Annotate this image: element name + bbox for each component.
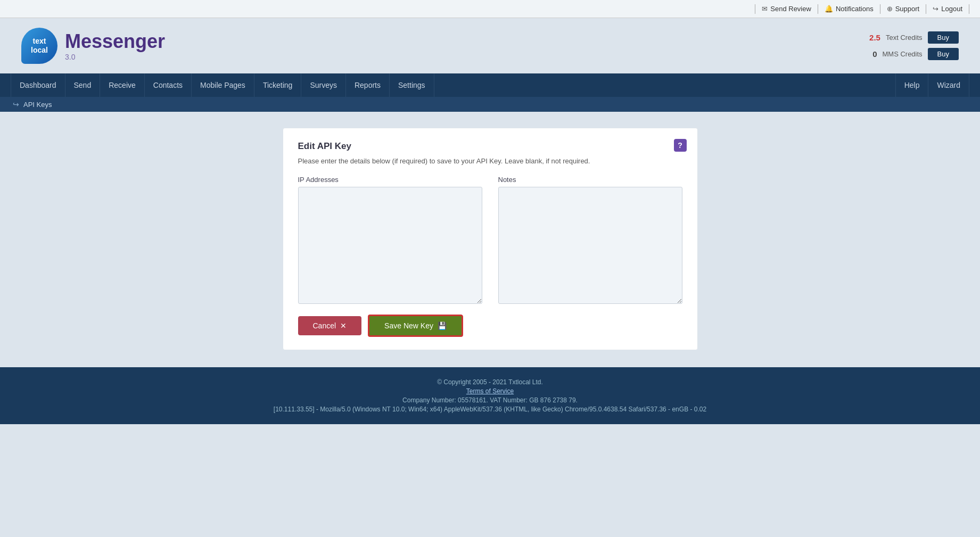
mms-credits-row: 0 MMS Credits Buy <box>872 48 959 60</box>
save-new-key-button[interactable]: Save New Key 💾 <box>368 315 463 337</box>
notifications-label: Notifications <box>836 5 874 13</box>
nav-dashboard[interactable]: Dashboard <box>11 73 65 97</box>
nav-surveys[interactable]: Surveys <box>301 73 346 97</box>
save-label: Save New Key <box>384 321 433 330</box>
edit-api-key-card: ? Edit API Key Please enter the details … <box>283 128 698 350</box>
bell-icon: 🔔 <box>825 5 833 13</box>
support-icon: ⊕ <box>887 5 893 13</box>
send-review-link[interactable]: ✉ Send Review <box>757 5 816 13</box>
ip-addresses-label: IP Addresses <box>298 176 482 184</box>
terms-of-service-link[interactable]: Terms of Service <box>466 387 514 395</box>
card-description: Please enter the details below (if requi… <box>298 157 682 165</box>
envelope-icon: ✉ <box>762 5 768 13</box>
notifications-link[interactable]: 🔔 Notifications <box>820 5 878 13</box>
top-bar-divider2 <box>818 4 818 14</box>
brand-version: 3.0 <box>65 53 165 61</box>
mms-credits-value: 0 <box>872 49 877 59</box>
logo-area: text local Messenger 3.0 <box>21 28 165 64</box>
ip-addresses-group: IP Addresses <box>298 176 482 304</box>
cancel-label: Cancel <box>313 321 336 330</box>
support-link[interactable]: ⊕ Support <box>883 5 924 13</box>
breadcrumb-bar: ↪ API Keys <box>0 97 980 112</box>
logout-link[interactable]: ↪ Logout <box>928 5 967 13</box>
card-title: Edit API Key <box>298 141 682 152</box>
nav-contacts[interactable]: Contacts <box>145 73 192 97</box>
nav-send[interactable]: Send <box>65 73 101 97</box>
text-credits-value: 2.5 <box>869 33 880 42</box>
header: text local Messenger 3.0 2.5 Text Credit… <box>0 18 980 73</box>
top-bar-divider4 <box>926 4 926 14</box>
nav-settings[interactable]: Settings <box>390 73 434 97</box>
support-label: Support <box>895 5 920 13</box>
notes-input[interactable] <box>498 187 682 304</box>
buy-mms-credits-button[interactable]: Buy <box>928 48 959 60</box>
brand-area: Messenger 3.0 <box>65 30 165 61</box>
top-bar-divider5 <box>969 4 969 14</box>
nav-reports[interactable]: Reports <box>346 73 390 97</box>
save-icon: 💾 <box>438 321 447 330</box>
text-credits-label: Text Credits <box>886 34 923 42</box>
footer-agent-info: [10.111.33.55] - Mozilla/5.0 (Windows NT… <box>11 406 969 413</box>
logout-icon: ↪ <box>933 5 938 13</box>
footer-copyright: © Copyright 2005 - 2021 Txtlocal Ltd. <box>11 378 969 386</box>
top-bar-divider3 <box>880 4 880 14</box>
credits-area: 2.5 Text Credits Buy 0 MMS Credits Buy <box>869 31 959 60</box>
nav-receive[interactable]: Receive <box>100 73 145 97</box>
top-bar: ✉ Send Review 🔔 Notifications ⊕ Support … <box>0 0 980 18</box>
help-badge[interactable]: ? <box>674 139 687 152</box>
nav-ticketing[interactable]: Ticketing <box>254 73 302 97</box>
mms-credits-label: MMS Credits <box>882 50 922 58</box>
cancel-button[interactable]: Cancel ✕ <box>298 316 362 335</box>
nav-help[interactable]: Help <box>895 73 929 97</box>
buy-text-credits-button[interactable]: Buy <box>928 31 959 44</box>
send-review-label: Send Review <box>770 5 811 13</box>
ip-addresses-input[interactable] <box>298 187 482 304</box>
notes-label: Notes <box>498 176 682 184</box>
nav-right: Help Wizard <box>895 73 969 97</box>
text-credits-row: 2.5 Text Credits Buy <box>869 31 959 44</box>
footer-company-info: Company Number: 05578161. VAT Number: GB… <box>11 396 969 404</box>
fields-row: IP Addresses Notes <box>298 176 682 304</box>
top-bar-divider <box>755 4 755 14</box>
nav-bar: Dashboard Send Receive Contacts Mobile P… <box>0 73 980 97</box>
footer-terms-row: Terms of Service <box>11 387 969 395</box>
logo-text: text local <box>31 37 48 55</box>
buttons-row: Cancel ✕ Save New Key 💾 <box>298 315 682 337</box>
breadcrumb-label: API Keys <box>23 101 52 109</box>
notes-group: Notes <box>498 176 682 304</box>
breadcrumb-arrow-icon: ↪ <box>13 100 19 109</box>
cancel-icon: ✕ <box>340 321 347 330</box>
brand-name: Messenger <box>65 30 165 52</box>
footer: © Copyright 2005 - 2021 Txtlocal Ltd. Te… <box>0 367 980 424</box>
nav-wizard[interactable]: Wizard <box>928 73 969 97</box>
content-area: ? Edit API Key Please enter the details … <box>0 112 980 367</box>
logo-bubble: text local <box>21 28 57 64</box>
logout-label: Logout <box>941 5 962 13</box>
nav-mobile-pages[interactable]: Mobile Pages <box>192 73 254 97</box>
